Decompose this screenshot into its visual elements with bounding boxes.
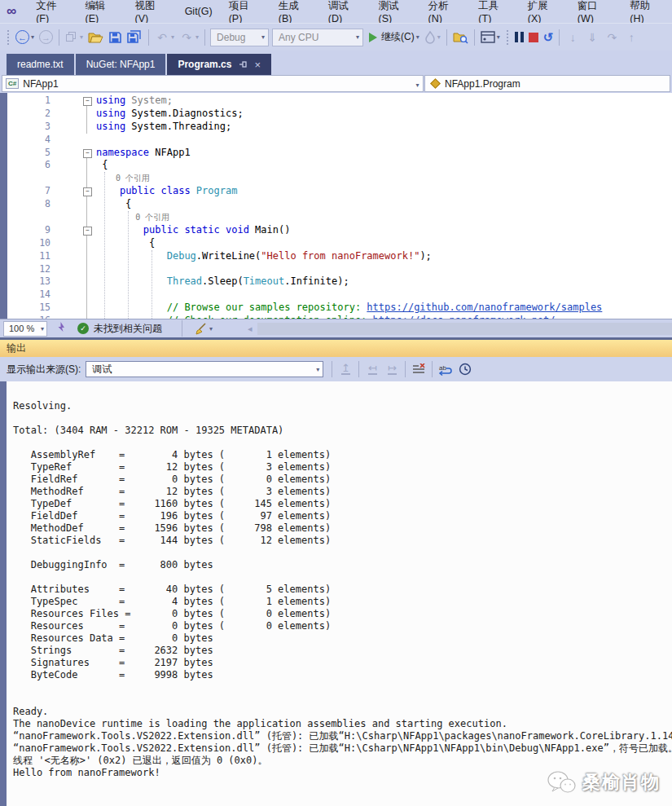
timestamp-button[interactable] <box>455 360 475 378</box>
visual-studio-logo-icon: ∞ <box>7 3 16 20</box>
type-dropdown[interactable]: NFApp1.Program <box>424 75 670 92</box>
code-line[interactable]: 4 <box>0 134 672 147</box>
code-line[interactable]: 6 { <box>0 159 672 172</box>
solution-configuration-combo[interactable]: Debug <box>210 29 269 46</box>
navigate-back-button[interactable]: ← <box>13 28 37 47</box>
codelens-row[interactable]: 0 个引用 <box>0 172 672 185</box>
show-next-statement-button[interactable]: ↓ <box>563 28 582 47</box>
previous-message-button[interactable]: ↤ <box>362 360 382 378</box>
svg-text:ab: ab <box>439 364 446 372</box>
navigate-forward-button[interactable]: → <box>37 28 55 47</box>
codelens-row[interactable]: 0 个引用 <box>0 211 672 224</box>
open-file-button[interactable] <box>86 28 106 47</box>
line-number <box>0 172 59 185</box>
code-line[interactable]: 10 { <box>0 237 672 250</box>
fold-margin <box>59 315 96 319</box>
output-panel-title: 输出 <box>7 341 26 355</box>
tab-program-cs[interactable]: Program.cs × <box>167 54 271 75</box>
line-number: 1 <box>0 95 59 108</box>
project-name: NFApp1 <box>23 78 58 90</box>
clear-all-button[interactable] <box>409 360 428 378</box>
outline-guide <box>86 104 87 134</box>
fold-collapse-icon[interactable] <box>59 224 96 237</box>
check-circle-icon: ✓ <box>77 323 89 334</box>
fold-collapse-icon[interactable] <box>59 185 96 198</box>
undo-button[interactable]: ↶ <box>152 28 177 47</box>
scroll-left-icon[interactable]: ◂ <box>248 324 253 334</box>
horizontal-scrollbar[interactable] <box>257 323 672 335</box>
step-out-icon: ↑ <box>624 30 639 45</box>
close-tab-icon[interactable]: × <box>254 59 261 71</box>
browser-window-button[interactable] <box>478 28 503 47</box>
toolbar-separator <box>474 29 475 46</box>
save-button[interactable] <box>106 28 125 47</box>
code-line[interactable]: 3using System.Threading; <box>0 121 672 134</box>
pin-tab-icon[interactable] <box>239 60 248 69</box>
tab-nuget[interactable]: NuGet: NFApp1 <box>76 54 166 75</box>
step-into-icon: ⇓ <box>585 30 600 45</box>
code-line[interactable]: 15 // Browse our samples repository: htt… <box>0 302 672 315</box>
pause-icon <box>515 32 524 42</box>
pause-button[interactable] <box>512 28 526 47</box>
type-name: NFApp1.Program <box>445 78 520 90</box>
code-line[interactable]: 12 <box>0 263 672 276</box>
stop-debugging-button[interactable] <box>526 28 541 47</box>
jump-to-message-button[interactable]: ↥ <box>336 360 355 378</box>
solution-platform-combo[interactable]: Any CPU <box>272 29 363 46</box>
class-icon <box>430 78 441 89</box>
next-message-button[interactable]: ↦ <box>382 360 402 378</box>
folder-search-icon <box>453 31 468 44</box>
code-health-indicator[interactable]: ✓ 未找到相关问题 <box>77 322 162 336</box>
menu-item[interactable]: Git(G) <box>177 2 221 20</box>
csharp-project-icon: C# <box>6 78 19 89</box>
step-into-button[interactable]: ⇓ <box>582 28 602 47</box>
code-line[interactable]: 11 Debug.WriteLine("Hello from nanoFrame… <box>0 250 672 263</box>
code-cleanup-button[interactable] <box>192 319 215 338</box>
code-line[interactable]: 2using System.Diagnostics; <box>0 108 672 121</box>
redo-icon: ↷ <box>179 30 194 45</box>
code-editor[interactable]: 1using System;2using System.Diagnostics;… <box>0 93 672 319</box>
code-line[interactable]: 5namespace NFApp1 <box>0 147 672 160</box>
fold-collapse-icon[interactable] <box>59 95 96 108</box>
code-line[interactable]: 1using System; <box>0 95 672 108</box>
fold-margin <box>59 108 96 121</box>
fold-margin <box>59 263 96 276</box>
code-line[interactable]: 16 // Check our documentation online: ht… <box>0 315 672 319</box>
tab-readme[interactable]: readme.txt <box>7 54 74 75</box>
spade-indicator-icon[interactable] <box>55 321 66 337</box>
code-line[interactable]: 7 public class Program <box>0 185 672 198</box>
redo-button[interactable]: ↷ <box>177 28 201 47</box>
zoom-level-combo[interactable]: 100 % <box>3 321 47 337</box>
project-dropdown[interactable]: C# NFApp1 <box>2 75 424 92</box>
line-number: 6 <box>0 159 59 172</box>
step-over-button[interactable]: ↷ <box>602 28 621 47</box>
code-line[interactable]: 8 { <box>0 198 672 211</box>
output-source-combo[interactable]: 调试 <box>86 361 323 377</box>
fold-margin <box>59 250 96 263</box>
fold-margin <box>59 211 96 224</box>
code-line[interactable]: 13 Thread.Sleep(Timeout.Infinite); <box>0 275 672 288</box>
toggle-word-wrap-button[interactable]: ab <box>436 360 455 378</box>
main-toolbar: ← → ↶ ↷ Debug Any CPU 继续(C) <box>0 23 672 51</box>
restart-button[interactable]: ↺ <box>541 28 556 47</box>
find-in-files-button[interactable] <box>450 28 471 47</box>
code-line[interactable]: 14 <box>0 288 672 302</box>
line-number: 8 <box>0 198 59 211</box>
output-panel-header[interactable]: 输出 <box>0 337 672 357</box>
line-number: 12 <box>0 263 59 276</box>
output-text[interactable]: Resolving. Total: (3404 RAM - 32212 ROM … <box>7 381 672 806</box>
toolbar-grip[interactable] <box>6 30 11 45</box>
step-out-button[interactable]: ↑ <box>621 28 641 47</box>
clear-all-icon <box>412 363 425 375</box>
continue-button[interactable]: 继续(C) <box>367 28 422 47</box>
arrow-up-icon: ↥ <box>341 364 350 375</box>
code-line[interactable]: 9 public static void Main() <box>0 224 672 237</box>
save-all-button[interactable] <box>125 28 145 47</box>
new-window-button[interactable] <box>63 28 86 47</box>
hot-reload-button[interactable] <box>422 28 443 47</box>
toolbar-separator <box>182 320 182 337</box>
line-number: 16 <box>0 315 59 319</box>
fold-collapse-icon[interactable] <box>59 147 96 160</box>
toolbar-grip[interactable] <box>505 30 510 45</box>
toolbar-separator <box>332 361 332 377</box>
